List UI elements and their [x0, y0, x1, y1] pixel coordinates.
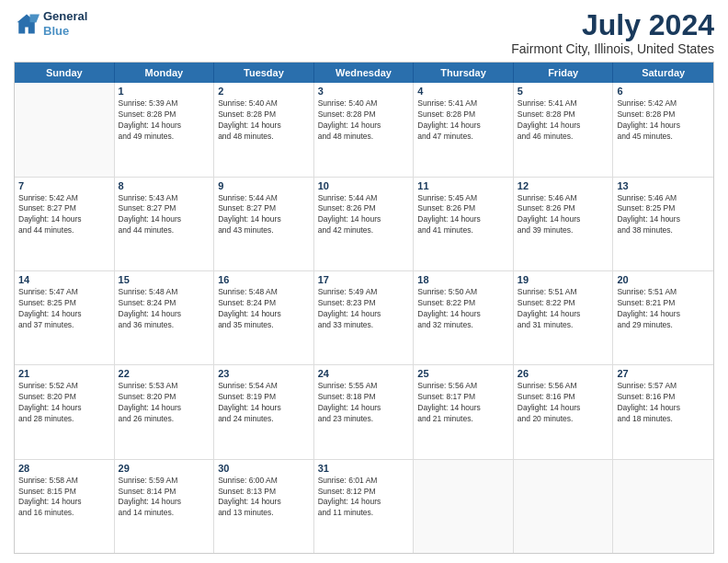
calendar: SundayMondayTuesdayWednesdayThursdayFrid… — [14, 62, 714, 554]
day-number: 10 — [318, 180, 410, 191]
day-info: Sunrise: 5:44 AMSunset: 8:26 PMDaylight:… — [318, 193, 410, 237]
day-cell-31: 31Sunrise: 6:01 AMSunset: 8:12 PMDayligh… — [314, 460, 415, 553]
day-cell-23: 23Sunrise: 5:54 AMSunset: 8:19 PMDayligh… — [214, 365, 314, 458]
day-cell-16: 16Sunrise: 5:48 AMSunset: 8:24 PMDayligh… — [214, 271, 314, 364]
calendar-body: 1Sunrise: 5:39 AMSunset: 8:28 PMDaylight… — [15, 83, 713, 553]
day-info: Sunrise: 5:45 AMSunset: 8:26 PMDaylight:… — [417, 193, 509, 237]
day-cell-8: 8Sunrise: 5:43 AMSunset: 8:27 PMDaylight… — [115, 178, 215, 270]
day-info: Sunrise: 5:42 AMSunset: 8:28 PMDaylight:… — [617, 98, 710, 143]
day-info: Sunrise: 5:39 AMSunset: 8:28 PMDaylight:… — [119, 98, 210, 143]
svg-marker-1 — [30, 14, 40, 22]
day-info: Sunrise: 5:55 AMSunset: 8:18 PMDaylight:… — [318, 381, 410, 425]
day-number: 26 — [518, 368, 609, 379]
day-info: Sunrise: 5:43 AMSunset: 8:27 PMDaylight:… — [119, 193, 210, 237]
day-info: Sunrise: 5:54 AMSunset: 8:19 PMDaylight:… — [218, 381, 310, 425]
day-info: Sunrise: 5:56 AMSunset: 8:17 PMDaylight:… — [417, 381, 509, 425]
day-number: 7 — [18, 180, 110, 191]
header-day-tuesday: Tuesday — [214, 63, 314, 83]
subtitle: Fairmont City, Illinois, United States — [511, 41, 714, 56]
day-number: 19 — [518, 274, 609, 285]
day-info: Sunrise: 5:51 AMSunset: 8:22 PMDaylight:… — [518, 287, 609, 331]
day-cell-21: 21Sunrise: 5:52 AMSunset: 8:20 PMDayligh… — [15, 365, 115, 458]
day-cell-15: 15Sunrise: 5:48 AMSunset: 8:24 PMDayligh… — [115, 271, 215, 364]
day-cell-1: 1Sunrise: 5:39 AMSunset: 8:28 PMDaylight… — [115, 83, 215, 176]
empty-cell — [15, 83, 115, 176]
day-cell-29: 29Sunrise: 5:59 AMSunset: 8:14 PMDayligh… — [115, 460, 215, 553]
day-cell-28: 28Sunrise: 5:58 AMSunset: 8:15 PMDayligh… — [15, 460, 115, 553]
day-number: 21 — [18, 368, 110, 379]
day-number: 29 — [119, 463, 210, 474]
day-info: Sunrise: 5:49 AMSunset: 8:23 PMDaylight:… — [318, 287, 410, 331]
day-info: Sunrise: 5:40 AMSunset: 8:28 PMDaylight:… — [318, 98, 410, 143]
day-info: Sunrise: 5:50 AMSunset: 8:22 PMDaylight:… — [417, 287, 509, 331]
day-number: 3 — [318, 86, 410, 97]
day-number: 14 — [18, 274, 110, 285]
day-number: 27 — [617, 368, 710, 379]
day-number: 30 — [218, 463, 310, 474]
day-number: 12 — [518, 180, 609, 191]
logo: General Blue — [14, 9, 87, 38]
day-number: 24 — [318, 368, 410, 379]
day-cell-2: 2Sunrise: 5:40 AMSunset: 8:28 PMDaylight… — [214, 83, 314, 176]
day-info: Sunrise: 5:41 AMSunset: 8:28 PMDaylight:… — [518, 98, 609, 143]
week-row-3: 21Sunrise: 5:52 AMSunset: 8:20 PMDayligh… — [15, 365, 713, 459]
header-day-monday: Monday — [115, 63, 215, 83]
day-cell-4: 4Sunrise: 5:41 AMSunset: 8:28 PMDaylight… — [414, 83, 514, 176]
week-row-2: 14Sunrise: 5:47 AMSunset: 8:25 PMDayligh… — [15, 271, 713, 365]
day-cell-5: 5Sunrise: 5:41 AMSunset: 8:28 PMDaylight… — [514, 83, 614, 176]
day-cell-22: 22Sunrise: 5:53 AMSunset: 8:20 PMDayligh… — [115, 365, 215, 458]
day-info: Sunrise: 5:59 AMSunset: 8:14 PMDaylight:… — [119, 476, 210, 520]
day-number: 17 — [318, 274, 410, 285]
header-day-friday: Friday — [514, 63, 614, 83]
day-info: Sunrise: 5:46 AMSunset: 8:25 PMDaylight:… — [617, 193, 710, 237]
day-info: Sunrise: 5:52 AMSunset: 8:20 PMDaylight:… — [18, 381, 110, 425]
page: General Blue July 2024 Fairmont City, Il… — [0, 0, 728, 563]
day-info: Sunrise: 5:48 AMSunset: 8:24 PMDaylight:… — [119, 287, 210, 331]
day-info: Sunrise: 5:46 AMSunset: 8:26 PMDaylight:… — [518, 193, 609, 237]
header: General Blue July 2024 Fairmont City, Il… — [14, 9, 714, 56]
day-cell-6: 6Sunrise: 5:42 AMSunset: 8:28 PMDaylight… — [613, 83, 713, 176]
logo-line1: General — [43, 9, 87, 24]
day-cell-14: 14Sunrise: 5:47 AMSunset: 8:25 PMDayligh… — [15, 271, 115, 364]
day-info: Sunrise: 5:44 AMSunset: 8:27 PMDaylight:… — [218, 193, 310, 237]
logo-line2: Blue — [43, 24, 87, 39]
day-info: Sunrise: 6:00 AMSunset: 8:13 PMDaylight:… — [218, 476, 310, 520]
day-cell-12: 12Sunrise: 5:46 AMSunset: 8:26 PMDayligh… — [514, 178, 614, 270]
day-number: 9 — [218, 180, 310, 191]
day-cell-27: 27Sunrise: 5:57 AMSunset: 8:16 PMDayligh… — [613, 365, 713, 458]
day-cell-3: 3Sunrise: 5:40 AMSunset: 8:28 PMDaylight… — [314, 83, 415, 176]
day-info: Sunrise: 5:56 AMSunset: 8:16 PMDaylight:… — [518, 381, 609, 425]
day-cell-18: 18Sunrise: 5:50 AMSunset: 8:22 PMDayligh… — [414, 271, 514, 364]
day-number: 23 — [218, 368, 310, 379]
day-cell-24: 24Sunrise: 5:55 AMSunset: 8:18 PMDayligh… — [314, 365, 415, 458]
day-cell-9: 9Sunrise: 5:44 AMSunset: 8:27 PMDaylight… — [214, 178, 314, 270]
day-number: 31 — [318, 463, 410, 474]
week-row-0: 1Sunrise: 5:39 AMSunset: 8:28 PMDaylight… — [15, 83, 713, 177]
main-title: July 2024 — [511, 9, 714, 41]
day-cell-17: 17Sunrise: 5:49 AMSunset: 8:23 PMDayligh… — [314, 271, 415, 364]
day-number: 5 — [518, 86, 609, 97]
day-number: 20 — [617, 274, 710, 285]
header-day-saturday: Saturday — [613, 63, 713, 83]
day-info: Sunrise: 5:57 AMSunset: 8:16 PMDaylight:… — [617, 381, 710, 425]
day-cell-20: 20Sunrise: 5:51 AMSunset: 8:21 PMDayligh… — [613, 271, 713, 364]
day-cell-11: 11Sunrise: 5:45 AMSunset: 8:26 PMDayligh… — [414, 178, 514, 270]
empty-cell — [514, 460, 614, 553]
day-number: 4 — [417, 86, 509, 97]
day-number: 2 — [218, 86, 310, 97]
header-day-wednesday: Wednesday — [314, 63, 415, 83]
day-info: Sunrise: 6:01 AMSunset: 8:12 PMDaylight:… — [318, 476, 410, 520]
day-info: Sunrise: 5:51 AMSunset: 8:21 PMDaylight:… — [617, 287, 710, 331]
day-info: Sunrise: 5:40 AMSunset: 8:28 PMDaylight:… — [218, 98, 310, 143]
day-number: 22 — [119, 368, 210, 379]
day-number: 13 — [617, 180, 710, 191]
day-number: 15 — [119, 274, 210, 285]
day-cell-26: 26Sunrise: 5:56 AMSunset: 8:16 PMDayligh… — [514, 365, 614, 458]
week-row-1: 7Sunrise: 5:42 AMSunset: 8:27 PMDaylight… — [15, 178, 713, 271]
day-info: Sunrise: 5:47 AMSunset: 8:25 PMDaylight:… — [18, 287, 110, 331]
day-number: 18 — [417, 274, 509, 285]
day-info: Sunrise: 5:48 AMSunset: 8:24 PMDaylight:… — [218, 287, 310, 331]
day-info: Sunrise: 5:42 AMSunset: 8:27 PMDaylight:… — [18, 193, 110, 237]
day-cell-7: 7Sunrise: 5:42 AMSunset: 8:27 PMDaylight… — [15, 178, 115, 270]
title-area: July 2024 Fairmont City, Illinois, Unite… — [511, 9, 714, 56]
